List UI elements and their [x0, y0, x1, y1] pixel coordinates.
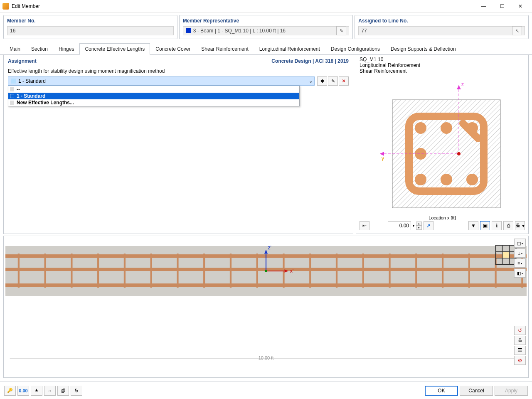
section-first-button[interactable]: ⇤ — [360, 221, 369, 230]
assigned-line-panel: Assigned to Line No. 77 ↖ — [355, 15, 529, 39]
assignment-description: Effective length for stability design us… — [8, 68, 349, 74]
tab-shear-reinforcement[interactable]: Shear Reinforcement — [196, 43, 254, 55]
clear-view-button[interactable]: ⊘ — [514, 356, 526, 365]
delete-item-button[interactable]: ✕ — [339, 76, 349, 86]
view-render-button[interactable]: ◧ — [514, 268, 526, 278]
svg-point-7 — [415, 148, 426, 160]
member-no-panel: Member No. 16 — [3, 15, 177, 39]
combo-swatch — [11, 79, 16, 84]
svg-point-5 — [441, 122, 452, 134]
export-icon[interactable]: ⎙ — [503, 221, 513, 230]
rep-color-swatch — [186, 28, 191, 33]
svg-point-9 — [441, 174, 452, 185]
app-icon — [2, 3, 9, 10]
member-no-label: Member No. — [7, 18, 174, 24]
tab-design-configurations[interactable]: Design Configurations — [325, 43, 385, 55]
dropdown-item-standard[interactable]: 1 - Standard — [8, 93, 299, 99]
highlight-icon[interactable]: ▣ — [480, 221, 490, 230]
nav-button[interactable]: ↔ — [44, 386, 56, 396]
section-longitudinal: Longitudinal Reinforcement — [360, 62, 525, 68]
new-item-button[interactable]: ✱ — [317, 76, 327, 86]
section-preview-pane: SQ_M1 10 Longitudinal Reinforcement Shea… — [356, 55, 529, 234]
svg-marker-14 — [457, 85, 461, 89]
tab-longitudinal-reinforcement[interactable]: Longitudinal Reinforcement — [254, 43, 325, 55]
cancel-button[interactable]: Cancel — [460, 386, 493, 396]
filter-icon[interactable]: ▼ — [468, 221, 478, 230]
view-layers-button[interactable]: ≡ — [514, 259, 526, 268]
svg-point-6 — [466, 122, 478, 134]
member-rep-panel: Member Representative 3 - Beam | 1 - SQ_… — [179, 15, 353, 39]
title-bar: Edit Member — ☐ ✕ — [0, 0, 532, 12]
member-rep-field[interactable]: 3 - Beam | 1 - SQ_M1 10 | L : 10.00 ft |… — [183, 26, 350, 35]
tab-hinges[interactable]: Hinges — [53, 43, 79, 55]
dropdown-item-new[interactable]: New Effective Lengths... — [8, 99, 299, 106]
section-shear: Shear Reinforcement — [360, 68, 525, 74]
pick-line-button[interactable]: ↖ — [512, 26, 522, 35]
close-button[interactable]: ✕ — [511, 0, 530, 12]
reset-view-button[interactable]: ↺ — [514, 326, 526, 335]
dialog-footer: 🔑 0.00 ★ ↔ 🗐 fx OK Cancel Apply — [0, 382, 532, 399]
svg-point-15 — [457, 152, 461, 155]
tab-section[interactable]: Section — [26, 43, 53, 55]
edit-item-button[interactable]: ✎ — [328, 76, 338, 86]
svg-point-44 — [265, 270, 267, 272]
print-icon[interactable]: 🖶 ▾ — [515, 221, 525, 230]
beam-length-label: 10.00 ft — [4, 355, 528, 360]
print-view-button[interactable]: 🖶 — [514, 336, 526, 345]
svg-rect-19 — [5, 283, 527, 287]
member-rep-label: Member Representative — [183, 18, 350, 24]
dropdown-item-none[interactable]: -- — [8, 86, 299, 93]
list-view-button[interactable]: ☰ — [514, 346, 526, 355]
effective-length-combo[interactable]: 1 - Standard ⌄ ✱ ✎ ✕ — [8, 76, 349, 86]
ok-button[interactable]: OK — [425, 386, 458, 396]
beam-view[interactable]: x' z' — [5, 238, 527, 362]
svg-point-4 — [415, 122, 426, 134]
assigned-line-field[interactable]: 77 ↖ — [358, 26, 525, 35]
tab-design-supports-deflection[interactable]: Design Supports & Deflection — [385, 43, 461, 55]
rep-edit-button[interactable]: ✎ — [336, 26, 346, 35]
maximize-button[interactable]: ☐ — [493, 0, 511, 12]
svg-point-10 — [466, 174, 478, 185]
info-icon[interactable]: ℹ — [492, 221, 502, 230]
view-cube-button[interactable]: ◫ — [514, 239, 526, 248]
svg-point-8 — [415, 174, 426, 185]
assignment-heading: Assignment — [8, 58, 37, 64]
svg-rect-52 — [503, 252, 509, 258]
assigned-line-label: Assigned to Line No. — [358, 18, 525, 24]
effective-length-dropdown[interactable]: -- 1 - Standard New Effective Lengths... — [8, 86, 300, 106]
member-no-field[interactable]: 16 — [7, 26, 174, 35]
axis-y-label: y — [382, 155, 384, 161]
go-button[interactable]: ↗ — [424, 221, 433, 230]
tab-strip: Main Section Hinges Concrete Effective L… — [0, 40, 532, 55]
design-standard-link[interactable]: Concrete Design | ACI 318 | 2019 — [271, 58, 349, 64]
location-input[interactable] — [388, 221, 411, 230]
assignment-pane: Assignment Concrete Design | ACI 318 | 2… — [3, 55, 353, 234]
window-title: Edit Member — [12, 3, 475, 9]
tab-concrete-cover[interactable]: Concrete Cover — [150, 43, 196, 55]
svg-text:x': x' — [290, 268, 293, 274]
tab-concrete-effective-lengths[interactable]: Concrete Effective Lengths — [79, 43, 150, 55]
section-name: SQ_M1 10 — [360, 57, 525, 62]
location-spinner[interactable]: ▴▾ — [416, 222, 422, 230]
apply-button[interactable]: Apply — [495, 386, 528, 396]
favorite-button[interactable]: ★ — [31, 386, 42, 396]
units-button[interactable]: 0.00 — [17, 386, 29, 396]
axis-z-label: z — [461, 81, 464, 87]
location-label: Location x [ft] — [356, 215, 528, 220]
copy-button[interactable]: 🗐 — [57, 386, 69, 396]
combo-chevron-icon[interactable]: ⌄ — [307, 76, 315, 86]
tab-main[interactable]: Main — [4, 43, 26, 55]
view-axis-button[interactable]: ⟂ — [514, 249, 526, 258]
help-button[interactable]: 🔑 — [4, 386, 16, 396]
svg-text:z': z' — [268, 245, 271, 251]
function-button[interactable]: fx — [71, 386, 82, 396]
minimize-button[interactable]: — — [475, 0, 493, 12]
cross-section-view[interactable]: z y — [356, 76, 528, 215]
beam-preview-panel: x' z' 10.00 ft ◫ ⟂ ≡ ◧ ↺ 🖶 ☰ ⊘ — [3, 236, 529, 378]
